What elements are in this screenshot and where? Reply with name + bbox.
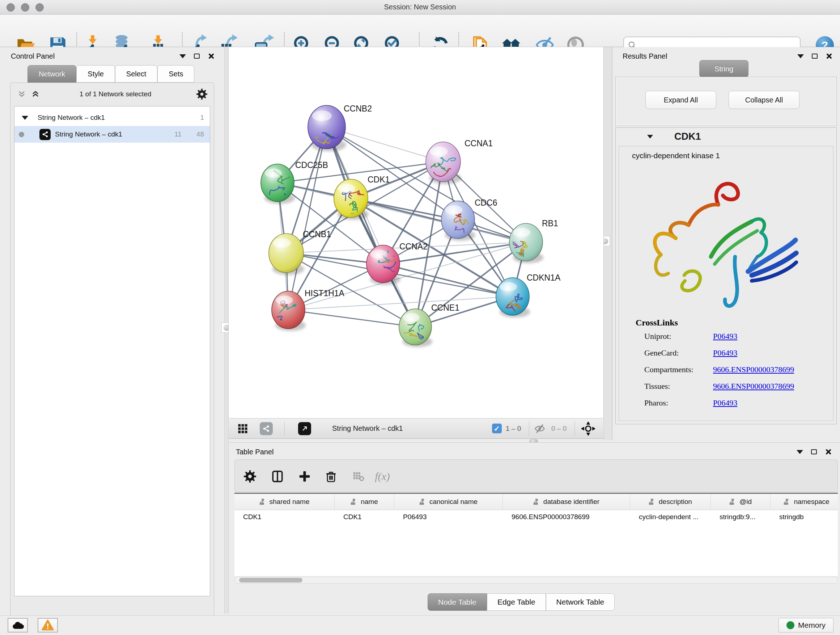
warnings-button[interactable] [38,618,58,632]
tree-icon [649,499,655,505]
protein-structure-image [635,169,809,314]
network-selection-summary: 1 of 1 Network selected [50,90,180,98]
collapse-all-icon[interactable] [17,90,27,98]
delete-table-icon[interactable] [348,466,369,486]
crosslink-label: GeneCard: [644,348,679,358]
function-builder-icon[interactable]: f(x) [372,466,393,486]
network-collection-row[interactable]: String Network – cdk1 1 [14,109,210,126]
crosslink-link[interactable]: P06493 [713,332,737,341]
panel-collapse-icon[interactable] [180,54,186,58]
delete-column-icon[interactable] [321,466,341,486]
panel-close-icon[interactable] [208,53,214,59]
results-panel-title: Results Panel [622,52,667,60]
column-header--id[interactable]: @id [711,494,771,510]
node-label-CCNB1: CCNB1 [303,230,331,239]
selected-checkbox[interactable]: ✓ [492,418,502,439]
crosslink-row: Pharos:P06493 [644,398,825,410]
column-header-shared-name[interactable]: shared name [234,494,335,510]
tab-node-table[interactable]: Node Table [428,593,487,611]
tree-icon [259,499,266,505]
table-hscrollbar[interactable] [234,577,838,584]
tree-icon [783,499,790,505]
tab-select[interactable]: Select [115,65,158,82]
cloud-icon [11,619,24,631]
gear-icon[interactable] [196,89,207,100]
table-header-row: shared namenamecanonical namedatabase id… [234,494,838,510]
network-edge-CCNB2-HIST1H1A[interactable] [288,127,327,310]
table-cell[interactable]: CDK1 [234,513,335,521]
memory-button[interactable]: Memory [778,618,834,632]
tree-expand-icon[interactable] [22,116,28,120]
gene-symbol: CDK1 [674,131,701,142]
title-bar: Session: New Session [0,0,840,14]
network-name: String Network – cdk1 [55,130,122,138]
show-columns-icon[interactable] [267,466,287,486]
panel-collapse-icon[interactable] [797,54,804,58]
column-header-description[interactable]: description [630,494,711,510]
panel-float-icon[interactable] [811,449,817,454]
toolbar-separator [529,421,529,436]
column-header-name[interactable]: name [335,494,394,510]
panel-float-icon[interactable] [812,54,818,59]
expand-all-button[interactable]: Expand All [645,91,716,109]
expand-all-icon[interactable] [31,90,40,98]
tab-style[interactable]: Style [76,65,115,82]
status-bar: Memory [0,616,840,635]
tab-string[interactable]: String [699,60,748,78]
crosslink-link[interactable]: P06493 [713,398,737,408]
main-toolbar: ? [0,15,840,47]
column-header-database-identifier[interactable]: database identifier [503,494,630,510]
column-header-canonical-name[interactable]: canonical name [394,494,503,510]
crosslink-link[interactable]: 9606.ENSP00000378699 [713,365,794,374]
share-view-icon[interactable] [260,418,273,439]
panel-collapse-icon[interactable] [797,450,803,454]
view-network-title: String Network – cdk1 [332,424,403,432]
node-table: shared namenamecanonical namedatabase id… [234,494,838,576]
crosslink-link[interactable]: P06493 [713,348,737,358]
gene-description: cyclin-dependent kinase 1 [632,151,720,160]
network-status-dot [19,132,24,137]
network-canvas[interactable]: CCNB2CCNA1CDC25BCDK1CDC6RB1CCNB1CCNA2CDK… [229,47,603,418]
crosslink-link[interactable]: 9606.ENSP00000378699 [713,382,794,391]
gene-collapse-icon[interactable] [647,135,653,138]
cloud-button[interactable] [8,618,28,632]
table-cell[interactable]: 9606.ENSP00000378699 [503,513,630,521]
edge-count: 48 [196,130,204,138]
tab-network-table[interactable]: Network Table [546,593,615,611]
fit-crosshair-icon[interactable] [581,418,595,439]
node-label-CCNE1: CCNE1 [431,303,459,312]
tab-edge-table[interactable]: Edge Table [487,593,546,611]
table-cell[interactable]: P06493 [394,513,503,521]
panel-close-icon[interactable] [825,448,831,455]
birds-eye-view-icon[interactable] [298,418,311,439]
memory-label: Memory [798,621,826,630]
panel-close-icon[interactable] [826,53,832,59]
table-cell[interactable]: CDK1 [335,513,394,521]
column-header-namespace[interactable]: namespace [771,494,838,510]
panel-float-icon[interactable] [194,54,200,59]
crosslink-label: Compartments: [644,365,693,374]
tab-sets[interactable]: Sets [157,65,194,82]
network-row-selected[interactable]: String Network – cdk1 11 48 [14,126,210,143]
table-cell[interactable]: cyclin-dependent ... [630,513,711,521]
node-label-RB1: RB1 [542,219,558,228]
tree-icon [351,499,357,505]
table-cell[interactable]: stringdb:9... [711,513,771,521]
hidden-eye-icon[interactable] [534,418,545,439]
add-column-icon[interactable] [294,466,315,486]
tree-icon [533,499,540,505]
table-toolbar: f(x) [234,459,838,492]
network-edge-HIST1H1A-CCNE1[interactable] [288,310,415,327]
collection-count: 1 [200,114,204,122]
collection-name: String Network – cdk1 [38,114,105,122]
table-cell[interactable]: stringdb [771,513,838,521]
scrollbar-thumb[interactable] [239,578,302,583]
network-list: String Network – cdk1 1 String Network –… [14,106,210,596]
grid-view-icon[interactable] [237,418,248,439]
table-gear-icon[interactable] [240,466,260,486]
table-panel: Table Panel f(x) shared namenamecanonica… [229,442,840,616]
tab-network[interactable]: Network [27,65,76,82]
table-tabs: Node TableEdge TableNetwork Table [428,593,615,611]
collapse-all-button[interactable]: Collapse All [729,91,799,109]
crosslink-row: Tissues:9606.ENSP00000378699 [644,382,825,394]
